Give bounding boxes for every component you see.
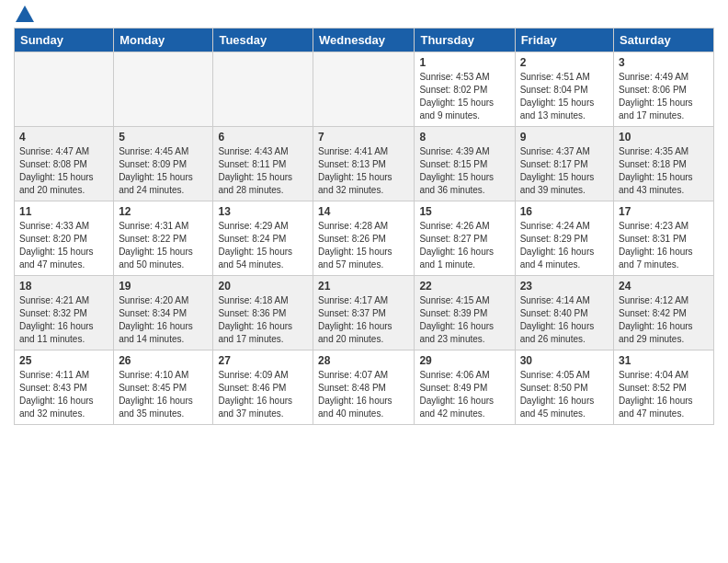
- calendar-cell: 14Sunrise: 4:28 AM Sunset: 8:26 PM Dayli…: [313, 201, 415, 276]
- day-number: 21: [318, 280, 409, 293]
- day-info: Sunrise: 4:20 AM Sunset: 8:34 PM Dayligh…: [119, 294, 208, 346]
- day-number: 25: [19, 354, 108, 367]
- calendar-cell: 7Sunrise: 4:41 AM Sunset: 8:13 PM Daylig…: [313, 127, 415, 201]
- calendar-cell: 26Sunrise: 4:10 AM Sunset: 8:45 PM Dayli…: [114, 350, 213, 425]
- week-row-2: 4Sunrise: 4:47 AM Sunset: 8:08 PM Daylig…: [15, 127, 714, 201]
- week-row-1: 1Sunrise: 4:53 AM Sunset: 8:02 PM Daylig…: [15, 52, 714, 127]
- day-info: Sunrise: 4:43 AM Sunset: 8:11 PM Dayligh…: [218, 145, 308, 197]
- calendar-cell: 19Sunrise: 4:20 AM Sunset: 8:34 PM Dayli…: [114, 276, 213, 350]
- day-number: 31: [619, 354, 709, 367]
- day-number: 12: [119, 205, 208, 218]
- logo-triangle-icon: [16, 6, 34, 22]
- calendar-cell: 18Sunrise: 4:21 AM Sunset: 8:32 PM Dayli…: [15, 276, 114, 350]
- calendar-cell: 27Sunrise: 4:09 AM Sunset: 8:46 PM Dayli…: [213, 350, 313, 425]
- calendar-cell: 8Sunrise: 4:39 AM Sunset: 8:15 PM Daylig…: [415, 127, 515, 201]
- calendar-cell: 13Sunrise: 4:29 AM Sunset: 8:24 PM Dayli…: [213, 201, 313, 276]
- calendar-cell: [213, 52, 313, 127]
- day-info: Sunrise: 4:51 AM Sunset: 8:04 PM Dayligh…: [520, 71, 609, 122]
- day-info: Sunrise: 4:21 AM Sunset: 8:32 PM Dayligh…: [19, 294, 108, 346]
- week-row-4: 18Sunrise: 4:21 AM Sunset: 8:32 PM Dayli…: [15, 276, 714, 350]
- day-info: Sunrise: 4:29 AM Sunset: 8:24 PM Dayligh…: [218, 220, 308, 271]
- day-number: 14: [318, 205, 409, 218]
- calendar-cell: 23Sunrise: 4:14 AM Sunset: 8:40 PM Dayli…: [515, 276, 613, 350]
- weekday-header-row: SundayMondayTuesdayWednesdayThursdayFrid…: [15, 29, 714, 52]
- day-number: 17: [619, 205, 709, 218]
- day-info: Sunrise: 4:10 AM Sunset: 8:45 PM Dayligh…: [119, 369, 208, 420]
- day-info: Sunrise: 4:37 AM Sunset: 8:17 PM Dayligh…: [520, 145, 609, 197]
- calendar-cell: 10Sunrise: 4:35 AM Sunset: 8:18 PM Dayli…: [614, 127, 714, 201]
- calendar: SundayMondayTuesdayWednesdayThursdayFrid…: [14, 28, 714, 425]
- day-number: 7: [318, 131, 409, 144]
- day-number: 15: [419, 205, 509, 218]
- calendar-cell: 2Sunrise: 4:51 AM Sunset: 8:04 PM Daylig…: [515, 52, 613, 127]
- day-number: 19: [119, 280, 208, 293]
- day-number: 26: [119, 354, 208, 367]
- day-number: 8: [419, 131, 509, 144]
- day-number: 3: [619, 56, 709, 69]
- day-info: Sunrise: 4:15 AM Sunset: 8:39 PM Dayligh…: [419, 294, 509, 346]
- day-info: Sunrise: 4:33 AM Sunset: 8:20 PM Dayligh…: [19, 220, 108, 271]
- calendar-cell: 15Sunrise: 4:26 AM Sunset: 8:27 PM Dayli…: [415, 201, 515, 276]
- day-number: 16: [520, 205, 609, 218]
- day-number: 4: [19, 131, 108, 144]
- day-info: Sunrise: 4:05 AM Sunset: 8:50 PM Dayligh…: [520, 369, 609, 420]
- day-info: Sunrise: 4:28 AM Sunset: 8:26 PM Dayligh…: [318, 220, 409, 271]
- calendar-cell: 3Sunrise: 4:49 AM Sunset: 8:06 PM Daylig…: [614, 52, 714, 127]
- calendar-cell: 9Sunrise: 4:37 AM Sunset: 8:17 PM Daylig…: [515, 127, 613, 201]
- day-number: 27: [218, 354, 308, 367]
- calendar-cell: [313, 52, 415, 127]
- calendar-cell: 17Sunrise: 4:23 AM Sunset: 8:31 PM Dayli…: [614, 201, 714, 276]
- day-info: Sunrise: 4:09 AM Sunset: 8:46 PM Dayligh…: [218, 369, 308, 420]
- day-number: 6: [218, 131, 308, 144]
- day-info: Sunrise: 4:11 AM Sunset: 8:43 PM Dayligh…: [19, 369, 108, 420]
- weekday-monday: Monday: [114, 29, 213, 52]
- calendar-cell: 1Sunrise: 4:53 AM Sunset: 8:02 PM Daylig…: [415, 52, 515, 127]
- week-row-3: 11Sunrise: 4:33 AM Sunset: 8:20 PM Dayli…: [15, 201, 714, 276]
- calendar-cell: 24Sunrise: 4:12 AM Sunset: 8:42 PM Dayli…: [614, 276, 714, 350]
- calendar-cell: 21Sunrise: 4:17 AM Sunset: 8:37 PM Dayli…: [313, 276, 415, 350]
- calendar-cell: 12Sunrise: 4:31 AM Sunset: 8:22 PM Dayli…: [114, 201, 213, 276]
- day-info: Sunrise: 4:04 AM Sunset: 8:52 PM Dayligh…: [619, 369, 709, 420]
- page: SundayMondayTuesdayWednesdayThursdayFrid…: [0, 0, 728, 563]
- day-number: 11: [19, 205, 108, 218]
- day-info: Sunrise: 4:47 AM Sunset: 8:08 PM Dayligh…: [19, 145, 108, 197]
- day-info: Sunrise: 4:49 AM Sunset: 8:06 PM Dayligh…: [619, 71, 709, 122]
- day-info: Sunrise: 4:07 AM Sunset: 8:48 PM Dayligh…: [318, 369, 409, 420]
- weekday-thursday: Thursday: [415, 29, 515, 52]
- day-number: 9: [520, 131, 609, 144]
- day-number: 13: [218, 205, 308, 218]
- day-number: 20: [218, 280, 308, 293]
- weekday-tuesday: Tuesday: [213, 29, 313, 52]
- day-number: 18: [19, 280, 108, 293]
- calendar-cell: [15, 52, 114, 127]
- day-number: 29: [419, 354, 509, 367]
- day-info: Sunrise: 4:24 AM Sunset: 8:29 PM Dayligh…: [520, 220, 609, 271]
- day-info: Sunrise: 4:12 AM Sunset: 8:42 PM Dayligh…: [619, 294, 709, 346]
- day-info: Sunrise: 4:18 AM Sunset: 8:36 PM Dayligh…: [218, 294, 308, 346]
- day-number: 24: [619, 280, 709, 293]
- day-number: 10: [619, 131, 709, 144]
- calendar-cell: 31Sunrise: 4:04 AM Sunset: 8:52 PM Dayli…: [614, 350, 714, 425]
- calendar-cell: 20Sunrise: 4:18 AM Sunset: 8:36 PM Dayli…: [213, 276, 313, 350]
- weekday-friday: Friday: [515, 29, 613, 52]
- calendar-cell: 28Sunrise: 4:07 AM Sunset: 8:48 PM Dayli…: [313, 350, 415, 425]
- day-number: 5: [119, 131, 208, 144]
- day-info: Sunrise: 4:06 AM Sunset: 8:49 PM Dayligh…: [419, 369, 509, 420]
- calendar-cell: 4Sunrise: 4:47 AM Sunset: 8:08 PM Daylig…: [15, 127, 114, 201]
- logo: [14, 9, 34, 22]
- day-info: Sunrise: 4:35 AM Sunset: 8:18 PM Dayligh…: [619, 145, 709, 197]
- day-info: Sunrise: 4:31 AM Sunset: 8:22 PM Dayligh…: [119, 220, 208, 271]
- calendar-cell: 6Sunrise: 4:43 AM Sunset: 8:11 PM Daylig…: [213, 127, 313, 201]
- day-number: 1: [419, 56, 509, 69]
- calendar-cell: 5Sunrise: 4:45 AM Sunset: 8:09 PM Daylig…: [114, 127, 213, 201]
- day-info: Sunrise: 4:14 AM Sunset: 8:40 PM Dayligh…: [520, 294, 609, 346]
- day-number: 2: [520, 56, 609, 69]
- day-number: 22: [419, 280, 509, 293]
- calendar-cell: 22Sunrise: 4:15 AM Sunset: 8:39 PM Dayli…: [415, 276, 515, 350]
- day-number: 23: [520, 280, 609, 293]
- day-info: Sunrise: 4:41 AM Sunset: 8:13 PM Dayligh…: [318, 145, 409, 197]
- calendar-cell: 16Sunrise: 4:24 AM Sunset: 8:29 PM Dayli…: [515, 201, 613, 276]
- day-info: Sunrise: 4:39 AM Sunset: 8:15 PM Dayligh…: [419, 145, 509, 197]
- weekday-sunday: Sunday: [15, 29, 114, 52]
- week-row-5: 25Sunrise: 4:11 AM Sunset: 8:43 PM Dayli…: [15, 350, 714, 425]
